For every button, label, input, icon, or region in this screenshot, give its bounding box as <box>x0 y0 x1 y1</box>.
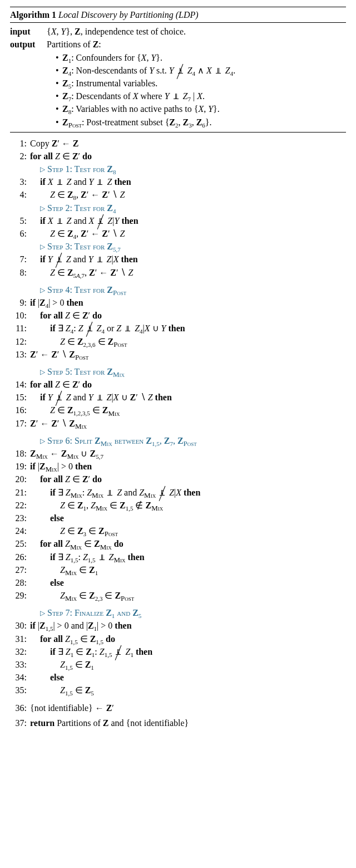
step-5-label: ▷ Step 5: Test for ZMix <box>30 365 346 378</box>
line-20: for all Z ∈ Z′ do <box>30 473 346 486</box>
line-37: return Partitions of Z and {not identifi… <box>30 717 346 729</box>
line-no: 8: <box>10 266 30 279</box>
line-no: 5: <box>10 214 30 227</box>
line-no: 22: <box>10 499 30 512</box>
line-31: for all Z1,5 ∈ Z1,5 do <box>30 632 346 645</box>
line-no: 30: <box>10 619 30 632</box>
step-4-label: ▷ Step 4: Test for ZPost <box>30 283 346 296</box>
line-14: for all Z ∈ Z′ do <box>30 378 346 391</box>
line-no: 26: <box>10 551 30 563</box>
line-no: 1: <box>10 137 30 150</box>
input-content: {X, Y}, Z, independence test of choice. <box>47 25 346 38</box>
line-no: 12: <box>10 335 30 348</box>
line-34: else <box>30 671 346 684</box>
output-content: Partitions of Z: Z1: Confounders for {X,… <box>47 38 346 128</box>
line-18: ZMix ← ZMix ∪ Z5,7 <box>30 447 346 460</box>
line-21: if ∃ ZMix: ZMix ⫫ Z and ZMix ⫫ Z|X then <box>30 486 346 499</box>
step-6-label: ▷ Step 6: Split ZMix between Z1,5, Z7, Z… <box>30 434 346 447</box>
line-9: if |Z4| > 0 then <box>30 296 346 309</box>
output-list: Z1: Confounders for {X, Y}. Z4: Non-desc… <box>47 51 346 129</box>
line-27: ZMix ∈ Z1 <box>30 563 346 576</box>
line-no: 14: <box>10 378 30 391</box>
line-no: 9: <box>10 296 30 309</box>
step-3-label: ▷ Step 3: Test for Z5,7 <box>30 240 346 253</box>
line-no: 17: <box>10 417 30 430</box>
line-no: 31: <box>10 632 30 645</box>
line-16: Z ∈ Z1,2,3,5 ∈ ZMix <box>30 404 346 416</box>
line-no: 18: <box>10 447 30 460</box>
line-no: 4: <box>10 188 30 201</box>
line-30: if |Z1,5| > 0 and |Z1| > 0 then <box>30 619 346 632</box>
line-no: 35: <box>10 684 30 697</box>
line-no: 23: <box>10 512 30 524</box>
line-5: if X ⫫ Z and X ⫫ Z|Y then <box>30 214 346 227</box>
line-8: Z ∈ Z5A,7, Z′ ← Z′ ∖ Z <box>30 266 346 279</box>
line-15: if Y ⫫ Z and Y ⫫ Z|X ∪ Z′ ∖ Z then <box>30 391 346 404</box>
step-7-label: ▷ Step 7: Finalize Z1 and Z5 <box>30 606 346 619</box>
line-no: 28: <box>10 576 30 589</box>
out-zpost: ZPost: Post-treatment subset {Z2, Z3, Z6… <box>62 116 346 129</box>
line-no: 10: <box>10 309 30 322</box>
line-no: 29: <box>10 589 30 602</box>
out-z5: Z5: Instrumental variables. <box>62 77 346 90</box>
out-z1: Z1: Confounders for {X, Y}. <box>62 51 346 64</box>
algo-name: Local Discovery by Partitioning (LDP) <box>58 10 199 19</box>
line-no: 32: <box>10 645 30 658</box>
out-z7: Z7: Descendants of X where Y ⫫ Z7 | X. <box>62 90 346 102</box>
line-19: if |ZMix| > 0 then <box>30 460 346 473</box>
line-28: else <box>30 576 346 589</box>
line-29: ZMix ∈ Z2,3 ∈ ZPost <box>30 589 346 602</box>
line-no: 33: <box>10 658 30 671</box>
line-35: Z1,5 ∈ Z5 <box>30 684 346 697</box>
line-23: else <box>30 512 346 524</box>
line-no: 20: <box>10 473 30 486</box>
line-12: Z ∈ Z2,3,6 ∈ ZPost <box>30 335 346 348</box>
line-1: Copy Z′ ← Z <box>30 137 346 150</box>
out-z4: Z4: Non-descendants of Y s.t. Y ⫫ Z4 ∧ X… <box>62 64 346 77</box>
line-no: 6: <box>10 227 30 240</box>
line-no: 11: <box>10 322 30 335</box>
line-6: Z ∈ Z4, Z′ ← Z′ ∖ Z <box>30 227 346 240</box>
input-label: input <box>10 25 47 38</box>
line-no: 24: <box>10 524 30 537</box>
line-2: for all Z ∈ Z′ do <box>30 150 346 163</box>
step-1-label: ▷ Step 1: Test for Z8 <box>30 163 346 175</box>
line-no: 37: <box>10 717 30 729</box>
line-no: 21: <box>10 486 30 499</box>
line-no: 15: <box>10 391 30 404</box>
line-no: 36: <box>10 702 30 714</box>
line-22: Z ∈ Z1, ZMix ∈ Z1,5 ∉ ZMix <box>30 499 346 512</box>
line-10: for all Z ∈ Z′ do <box>30 309 346 322</box>
line-36: {not identifiable} ← Z′ <box>30 702 346 714</box>
line-17: Z′ ← Z′ ∖ ZMix <box>30 417 346 430</box>
io-block: input {X, Y}, Z, independence test of ch… <box>10 23 346 133</box>
line-no: 7: <box>10 253 30 266</box>
line-33: Z1,5 ∈ Z1 <box>30 658 346 671</box>
line-25: for all ZMix ∈ ZMix do <box>30 537 346 550</box>
line-no: 34: <box>10 671 30 684</box>
line-no: 13: <box>10 348 30 361</box>
line-no: 16: <box>10 404 30 416</box>
output-label: output <box>10 38 47 128</box>
line-11: if ∃ Z4: Z ⫫ Z4 or Z ⫫ Z4|X ∪ Y then <box>30 322 346 335</box>
line-no: 3: <box>10 175 30 188</box>
line-no: 25: <box>10 537 30 550</box>
line-4: Z ∈ Z8, Z′ ← Z′ ∖ Z <box>30 188 346 201</box>
line-13: Z′ ← Z′ ∖ ZPost <box>30 348 346 361</box>
line-24: Z ∈ Z3 ∈ ZPost <box>30 524 346 537</box>
line-32: if ∃ Z1 ∈ Z1: Z1,5 ⫫ Z1 then <box>30 645 346 658</box>
line-3: if X ⫫ Z and Y ⫫ Z then <box>30 175 346 188</box>
out-z8: Z8: Variables with no active paths to {X… <box>62 102 346 115</box>
step-2-label: ▷ Step 2: Test for Z4 <box>30 202 346 214</box>
line-7: if Y ⫫ Z and Y ⫫ Z|X then <box>30 253 346 266</box>
line-26: if ∃ Z1,5: Z1,5 ⫫ ZMix then <box>30 551 346 563</box>
algorithm-title: Algorithm 1 Local Discovery by Partition… <box>10 7 346 23</box>
algo-number: Algorithm 1 <box>10 10 56 19</box>
line-no: 2: <box>10 150 30 163</box>
algorithm-body: 1:Copy Z′ ← Z 2:for all Z ∈ Z′ do ▷ Step… <box>10 133 346 729</box>
line-no: 27: <box>10 563 30 576</box>
line-no: 19: <box>10 460 30 473</box>
